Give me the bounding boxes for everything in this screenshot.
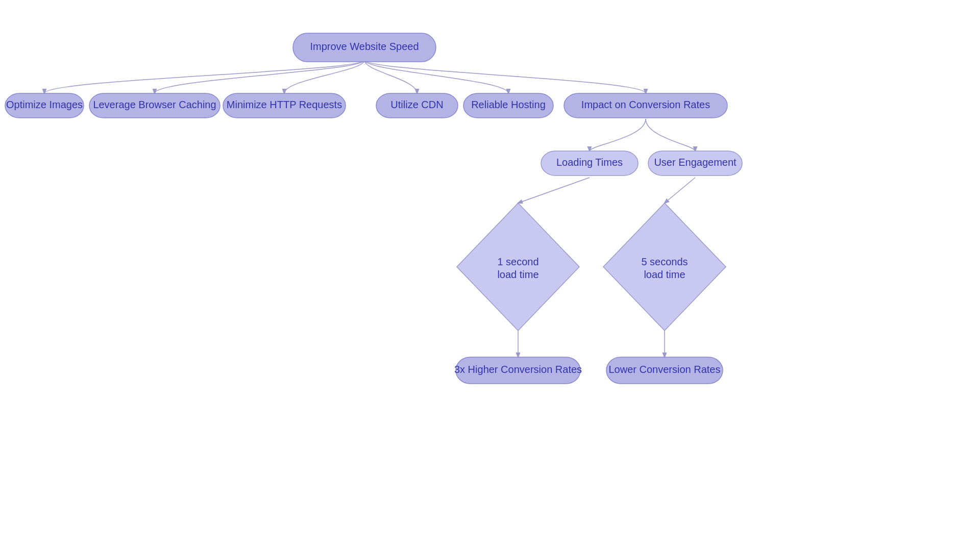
impact-label: Impact on Conversion Rates	[581, 99, 710, 110]
optimize-label: Optimize Images	[6, 99, 83, 110]
cdn-label: Utilize CDN	[390, 99, 443, 110]
svg-line-0	[518, 178, 590, 203]
engagement-label: User Engagement	[654, 157, 737, 168]
diamond2-label2: load time	[644, 269, 685, 280]
diamond1-label2: load time	[497, 269, 538, 280]
higher-label: 3x Higher Conversion Rates	[454, 364, 582, 375]
hosting-label: Reliable Hosting	[471, 99, 546, 110]
svg-line-1	[665, 178, 695, 203]
http-label: Minimize HTTP Requests	[227, 99, 342, 110]
diamond2-label: 5 seconds	[641, 256, 688, 267]
root-label: Improve Website Speed	[310, 41, 419, 52]
lower-label: Lower Conversion Rates	[609, 364, 721, 375]
loading-label: Loading Times	[556, 157, 623, 168]
diamond1-label: 1 second	[497, 256, 538, 267]
caching-label: Leverage Browser Caching	[93, 99, 216, 110]
